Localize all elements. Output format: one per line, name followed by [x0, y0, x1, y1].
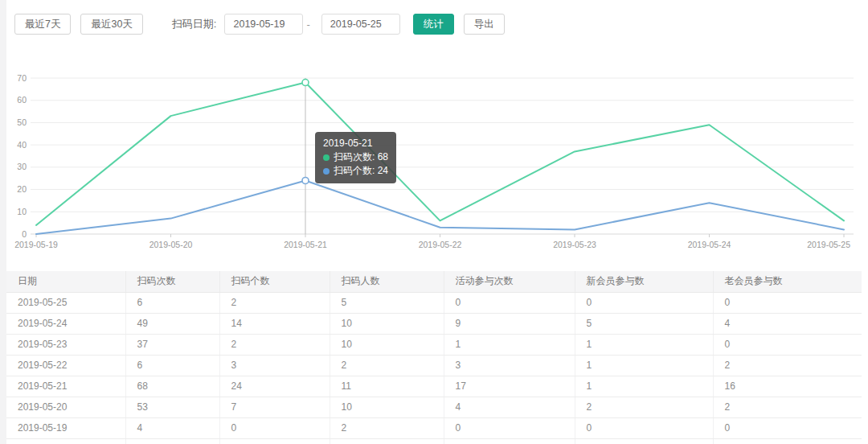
table-cell: [330, 438, 444, 444]
date-from-input[interactable]: [224, 14, 303, 35]
table-cell: 0: [713, 334, 862, 355]
scan-trend-chart[interactable]: 0102030405060702019-05-192019-05-202019-…: [0, 64, 868, 257]
table-cell: 2019-05-20: [6, 397, 125, 417]
y-axis-tick-label: 20: [17, 184, 27, 194]
series-line-0: [36, 83, 844, 225]
statistics-button[interactable]: 统计: [413, 14, 454, 35]
table-cell: 6: [125, 292, 219, 313]
table-cell: 2: [330, 355, 444, 376]
table-cell: 4: [444, 397, 575, 417]
table-cell: 3: [219, 355, 330, 376]
table-cell: 2019-05-25: [6, 292, 125, 313]
table-cell: 2019-05-24: [6, 313, 125, 334]
table-cell: 1: [575, 334, 713, 355]
table-column-header: 新会员参与数: [575, 271, 713, 292]
hover-point-marker-1: [302, 177, 309, 183]
table-cell: 0: [444, 417, 575, 438]
table-cell: 7: [219, 397, 330, 417]
quick-range-30d-button[interactable]: 最近30天: [80, 14, 142, 35]
table-cell: 0: [713, 292, 862, 313]
table-cell: [219, 438, 330, 444]
table-cell: 2: [219, 334, 330, 355]
table-cell: 2019-05-21: [6, 376, 125, 397]
table-cell: 1: [444, 334, 575, 355]
table-cell: 49: [125, 313, 219, 334]
table-column-header: 老会员参与数: [713, 271, 862, 292]
table-header-row: 日期扫码次数扫码个数扫码人数活动参与次数新会员参与数老会员参与数: [6, 271, 862, 292]
table-column-header: 扫码人数: [330, 271, 444, 292]
table-cell: 53: [125, 397, 219, 417]
table-row-partial: [6, 438, 862, 444]
table-cell: 37: [125, 334, 219, 355]
table-cell: 2019-05-19: [6, 417, 125, 438]
y-axis-tick-label: 60: [17, 95, 27, 105]
table-row: 2019-05-24491410954: [6, 313, 862, 334]
x-axis-tick-label: 2019-05-19: [14, 240, 58, 249]
table-cell: 0: [444, 292, 575, 313]
table-row: 2019-05-19402000: [6, 417, 862, 438]
table-cell: [575, 438, 713, 444]
table-cell: 11: [330, 376, 444, 397]
table-cell: 16: [713, 376, 862, 397]
table-cell: 1: [575, 355, 713, 376]
table-column-header: 扫码次数: [125, 271, 219, 292]
table-cell: [6, 438, 125, 444]
x-axis-tick-label: 2019-05-25: [807, 240, 850, 249]
line-chart-canvas[interactable]: 0102030405060702019-05-192019-05-202019-…: [0, 64, 868, 257]
table-cell: [713, 438, 862, 444]
x-axis-tick-label: 2019-05-22: [419, 240, 462, 249]
table-cell: 4: [713, 313, 862, 334]
export-button[interactable]: 导出: [464, 14, 505, 35]
filter-toolbar: 最近7天 最近30天 扫码日期: - 统计 导出: [14, 13, 505, 35]
table-cell: 0: [575, 417, 713, 438]
table-cell: 6: [125, 355, 219, 376]
table-cell: 68: [125, 376, 219, 397]
table-row: 2019-05-22632312: [6, 355, 862, 376]
y-axis-tick-label: 0: [22, 229, 27, 239]
x-axis-tick-label: 2019-05-21: [284, 240, 327, 249]
table-cell: 10: [330, 397, 444, 417]
table-cell: 2: [713, 397, 862, 417]
table-cell: 4: [125, 417, 219, 438]
table-cell: 2019-05-23: [6, 334, 125, 355]
table-cell: 5: [330, 292, 444, 313]
table-column-header: 扫码个数: [219, 271, 330, 292]
table-cell: 10: [330, 313, 444, 334]
table-cell: 17: [444, 376, 575, 397]
table-cell: 14: [219, 313, 330, 334]
table-row: 2019-05-2053710422: [6, 397, 862, 417]
table-row: 2019-05-2168241117116: [6, 376, 862, 397]
table-cell: 0: [575, 292, 713, 313]
table-cell: 2: [575, 397, 713, 417]
x-axis-tick-label: 2019-05-20: [149, 240, 193, 249]
table-cell: 2019-05-22: [6, 355, 125, 376]
quick-range-7d-button[interactable]: 最近7天: [14, 14, 71, 35]
date-range-separator: -: [306, 18, 309, 31]
table-cell: 10: [330, 334, 444, 355]
y-axis-tick-label: 50: [17, 117, 27, 127]
table-cell: 1: [575, 376, 713, 397]
scan-stats-table: 日期扫码次数扫码个数扫码人数活动参与次数新会员参与数老会员参与数 2019-05…: [6, 271, 862, 444]
table-cell: [125, 438, 219, 444]
table-cell: 24: [219, 376, 330, 397]
table-cell: 2: [219, 292, 330, 313]
series-line-1: [36, 180, 844, 234]
y-axis-tick-label: 70: [17, 73, 27, 83]
table-row: 2019-05-25625000: [6, 292, 862, 313]
table-cell: 3: [444, 355, 575, 376]
table-column-header: 活动参与次数: [444, 271, 575, 292]
scan-date-label: 扫码日期:: [172, 17, 217, 31]
y-axis-tick-label: 30: [17, 162, 27, 171]
x-axis-tick-label: 2019-05-24: [688, 240, 731, 249]
table-cell: [444, 438, 575, 444]
date-to-input[interactable]: [321, 14, 400, 35]
table-cell: 2: [713, 355, 862, 376]
y-axis-tick-label: 40: [17, 140, 27, 150]
y-axis-tick-label: 10: [17, 207, 27, 216]
table-cell: 0: [713, 417, 862, 438]
hover-point-marker-0: [302, 80, 309, 86]
table-row: 2019-05-2337210110: [6, 334, 862, 355]
table-cell: 9: [444, 313, 575, 334]
table-cell: 0: [219, 417, 330, 438]
table-cell: 5: [575, 313, 713, 334]
